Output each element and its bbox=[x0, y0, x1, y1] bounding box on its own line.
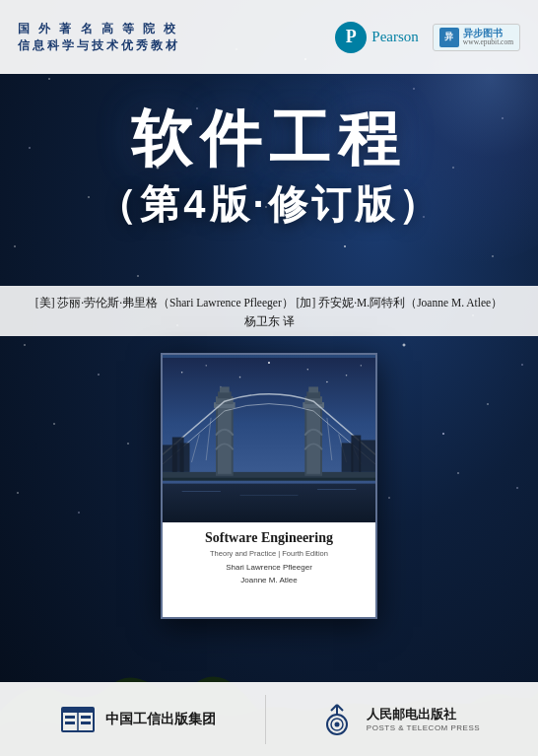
svg-rect-35 bbox=[180, 443, 190, 471]
svg-point-48 bbox=[334, 722, 339, 726]
svg-rect-43 bbox=[65, 722, 75, 724]
epubit-logo: 异 异步图书 www.epubit.com bbox=[433, 24, 520, 51]
svg-rect-45 bbox=[81, 722, 91, 724]
inner-book-subtitle: Theory and Practice | Fourth Edition bbox=[172, 549, 366, 558]
authors-line1: [美] 莎丽·劳伦斯·弗里格（Shari Lawrence Pfleeger） … bbox=[16, 294, 522, 311]
svg-point-2 bbox=[206, 365, 207, 366]
publisher-right: 人民邮电出版社 POSTS & TELECOM PRESS bbox=[315, 703, 480, 736]
publisher-right-name: 人民邮电出版社 bbox=[367, 706, 480, 723]
svg-rect-42 bbox=[65, 716, 75, 719]
svg-rect-20 bbox=[218, 391, 232, 398]
svg-rect-44 bbox=[81, 716, 91, 719]
publisher-divider bbox=[265, 695, 266, 744]
svg-rect-38 bbox=[359, 441, 375, 472]
svg-point-9 bbox=[326, 381, 328, 383]
svg-rect-27 bbox=[308, 387, 318, 393]
inner-book-image: Software Engineering Theory and Practice… bbox=[161, 353, 377, 619]
subtitle: （第4版·修订版） bbox=[20, 177, 518, 232]
inner-book-author2: Joanne M. Atlee bbox=[172, 575, 366, 587]
series-info: 国 外 著 名 高 等 院 校 信息科学与技术优秀教材 bbox=[18, 22, 180, 53]
epubit-icon: 异 bbox=[439, 28, 459, 47]
publisher-logos: P Pearson 异 异步图书 www.epubit.com bbox=[335, 22, 520, 53]
book-cover: 国 外 著 名 高 等 院 校 信息科学与技术优秀教材 P Pearson 异 … bbox=[0, 0, 538, 756]
title-area: 软件工程 （第4版·修订版） bbox=[0, 89, 538, 246]
publishers-bar: 中国工信出版集团 人民邮电出版社 bbox=[0, 682, 538, 756]
epubit-text: 异步图书 www.epubit.com bbox=[463, 28, 513, 46]
main-title: 软件工程 bbox=[20, 108, 518, 170]
epubit-url: www.epubit.com bbox=[463, 38, 513, 46]
publisher-right-en: POSTS & TELECOM PRESS bbox=[367, 723, 480, 732]
publisher-left-name: 中国工信出版集团 bbox=[105, 711, 216, 728]
series-line1: 国 外 著 名 高 等 院 校 bbox=[18, 22, 180, 36]
svg-point-5 bbox=[307, 369, 308, 370]
svg-rect-21 bbox=[220, 387, 230, 393]
svg-rect-15 bbox=[163, 478, 375, 481]
svg-rect-26 bbox=[306, 391, 320, 398]
inner-book-title: Software Engineering bbox=[172, 530, 366, 546]
publisher-left: 中国工信出版集团 bbox=[58, 700, 216, 739]
svg-point-3 bbox=[239, 377, 241, 378]
pearson-label: Pearson bbox=[371, 29, 419, 45]
svg-point-4 bbox=[268, 362, 270, 364]
pearson-logo: P Pearson bbox=[335, 22, 419, 53]
svg-point-7 bbox=[361, 365, 362, 366]
pearson-circle-icon: P bbox=[335, 22, 367, 53]
svg-point-1 bbox=[181, 372, 183, 374]
series-line2: 信息科学与技术优秀教材 bbox=[18, 38, 180, 53]
top-bar: 国 外 著 名 高 等 院 校 信息科学与技术优秀教材 P Pearson 异 … bbox=[0, 0, 538, 74]
authors-line2: 杨卫东 译 bbox=[16, 313, 522, 330]
publisher-left-icon bbox=[58, 700, 98, 739]
inner-book-info: Software Engineering Theory and Practice… bbox=[163, 522, 375, 619]
publisher-right-icon bbox=[315, 703, 359, 736]
inner-book-author1: Shari Lawrence Pfleeger bbox=[172, 562, 366, 575]
svg-point-6 bbox=[346, 375, 348, 377]
authors-strip: [美] 莎丽·劳伦斯·弗里格（Shari Lawrence Pfleeger） … bbox=[0, 286, 538, 336]
bridge-photo bbox=[163, 355, 375, 522]
